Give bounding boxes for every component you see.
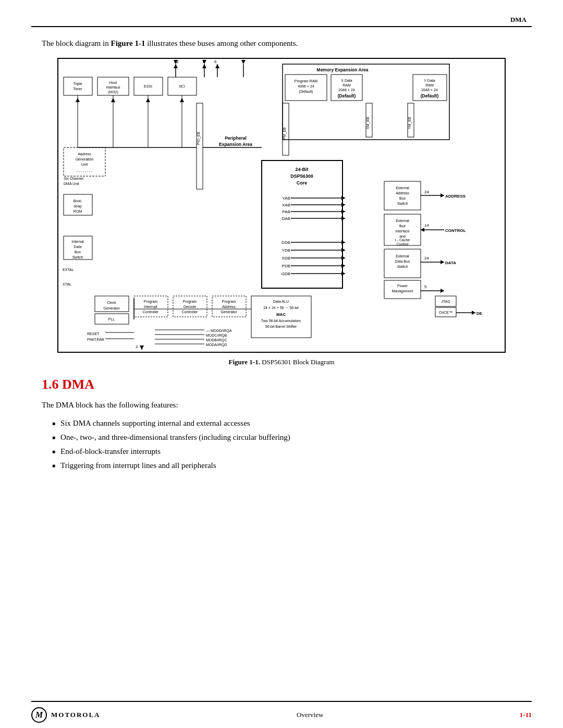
svg-text:JTAG: JTAG — [441, 300, 450, 303]
svg-text:Switch: Switch — [72, 255, 83, 259]
svg-text:DDB: DDB — [282, 240, 290, 245]
svg-marker-190 — [180, 98, 184, 102]
svg-text:DE: DE — [476, 311, 483, 316]
svg-text:Generator: Generator — [221, 310, 237, 314]
list-item: End-of-block-transfer interrupts — [52, 445, 521, 459]
intro-paragraph: The block diagram in Figure 1-1 illustra… — [42, 38, 521, 50]
svg-rect-118 — [384, 249, 421, 278]
svg-text:24: 24 — [424, 256, 429, 261]
header-title: DMA — [510, 16, 527, 24]
svg-text:Peripheral: Peripheral — [225, 135, 247, 141]
svg-text:Generator: Generator — [103, 306, 120, 310]
svg-text:External: External — [396, 254, 409, 258]
svg-marker-131 — [440, 289, 444, 293]
svg-text:PIO_EB: PIO_EB — [197, 131, 201, 145]
svg-text:3: 3 — [242, 59, 244, 64]
svg-text:(Default): (Default) — [299, 90, 313, 94]
svg-text:Unit: Unit — [81, 163, 88, 166]
svg-text:Generation: Generation — [76, 157, 94, 161]
footer-page: 1-11 — [520, 711, 532, 719]
svg-marker-187 — [76, 98, 80, 102]
motorola-icon: M — [31, 707, 47, 723]
footer-logo: M MOTOROLA — [31, 707, 101, 723]
svg-text:XDB: XDB — [282, 256, 290, 261]
svg-text:5: 5 — [424, 285, 427, 289]
svg-marker-97 — [341, 272, 345, 276]
svg-text:24: 24 — [424, 190, 429, 194]
svg-text:RAM: RAM — [342, 83, 351, 87]
svg-marker-116 — [421, 228, 424, 232]
svg-marker-188 — [111, 98, 115, 102]
svg-text:2048 × 24: 2048 × 24 — [421, 88, 437, 92]
svg-text:Control: Control — [397, 242, 409, 246]
svg-text:Data Bus: Data Bus — [395, 260, 410, 263]
svg-text:GDB: GDB — [282, 272, 290, 276]
svg-text:RESET: RESET — [87, 332, 100, 336]
svg-marker-76 — [341, 196, 345, 200]
svg-text:Address: Address — [396, 191, 409, 195]
svg-text:Interrupt: Interrupt — [144, 305, 157, 309]
svg-marker-93 — [341, 256, 345, 260]
svg-marker-124 — [440, 260, 444, 264]
svg-text:PM_EB: PM_EB — [283, 127, 287, 139]
svg-text:XTAL: XTAL — [63, 282, 71, 286]
svg-text:24-Bit: 24-Bit — [295, 167, 308, 172]
svg-text:DMA  Unit: DMA Unit — [64, 182, 79, 186]
svg-text:Program: Program — [183, 300, 197, 304]
svg-text:strap: strap — [74, 204, 82, 208]
svg-text:External: External — [396, 186, 409, 190]
svg-marker-137 — [472, 311, 475, 315]
svg-text:Boot-: Boot- — [74, 199, 82, 203]
svg-text:PAB: PAB — [283, 209, 290, 214]
feature-list: Six DMA channels supporting internal and… — [42, 416, 521, 473]
svg-text:Controller: Controller — [182, 310, 198, 314]
svg-text:Two 56-bit Accumulators: Two 56-bit Accumulators — [261, 319, 301, 323]
svg-text:RAM: RAM — [425, 83, 434, 87]
svg-text:SCI: SCI — [179, 84, 185, 88]
svg-text:External: External — [396, 219, 409, 223]
svg-text:Interface: Interface — [106, 85, 120, 89]
svg-text:Switch: Switch — [397, 265, 408, 268]
svg-marker-17 — [174, 64, 178, 68]
svg-text:YDB: YDB — [282, 248, 290, 253]
diagram-caption: Figure 1-1. DSP56301 Block Diagram — [42, 358, 521, 366]
svg-marker-80 — [341, 209, 345, 214]
svg-text:Internal: Internal — [71, 240, 84, 243]
svg-text:Address: Address — [222, 305, 236, 309]
svg-marker-89 — [341, 240, 345, 244]
svg-text:DAB: DAB — [282, 216, 290, 221]
svg-text:Timer: Timer — [73, 87, 82, 91]
svg-text:ADDRESS: ADDRESS — [445, 194, 466, 199]
svg-text:Power: Power — [397, 284, 408, 288]
svg-text:Y Data: Y Data — [424, 79, 435, 82]
footer-section: Overview — [297, 711, 323, 719]
svg-text:Expansion Area: Expansion Area — [219, 142, 252, 147]
motorola-wordmark: MOTOROLA — [51, 711, 101, 719]
svg-text:4096 × 24: 4096 × 24 — [298, 84, 314, 88]
svg-text:ROM: ROM — [74, 209, 82, 213]
svg-text:Memory Expansion Area: Memory Expansion Area — [317, 67, 369, 72]
list-item: One-, two-, and three-dimensional transf… — [52, 430, 521, 445]
svg-text:Decode: Decode — [183, 305, 196, 309]
svg-text:Management: Management — [392, 289, 413, 293]
page: DMA The block diagram in Figure 1-1 illu… — [0, 0, 563, 728]
svg-text:6: 6 — [214, 59, 217, 64]
svg-text:Core: Core — [297, 180, 308, 186]
svg-text:MODB/IRQC: MODB/IRQC — [206, 338, 227, 342]
svg-text:Controller: Controller — [143, 310, 159, 314]
svg-text:- - - - - - - -: - - - - - - - - — [77, 169, 92, 173]
svg-text:— MODD/IRQA: — MODD/IRQA — [206, 329, 232, 333]
header: DMA — [31, 0, 532, 27]
svg-text:Switch: Switch — [397, 202, 408, 205]
svg-text:ESSI: ESSI — [144, 84, 152, 88]
svg-text:YAB: YAB — [283, 196, 290, 201]
svg-text:Program RAM: Program RAM — [295, 79, 318, 83]
svg-text:Program: Program — [144, 300, 158, 304]
svg-text:XM_EB: XM_EB — [366, 116, 370, 129]
svg-text:DATA: DATA — [445, 261, 456, 265]
svg-text:(HI32): (HI32) — [108, 90, 118, 94]
svg-text:and: and — [399, 235, 406, 238]
svg-text:Data ALU: Data ALU — [273, 300, 289, 303]
svg-marker-20 — [202, 64, 206, 68]
svg-text:Host: Host — [109, 81, 117, 84]
